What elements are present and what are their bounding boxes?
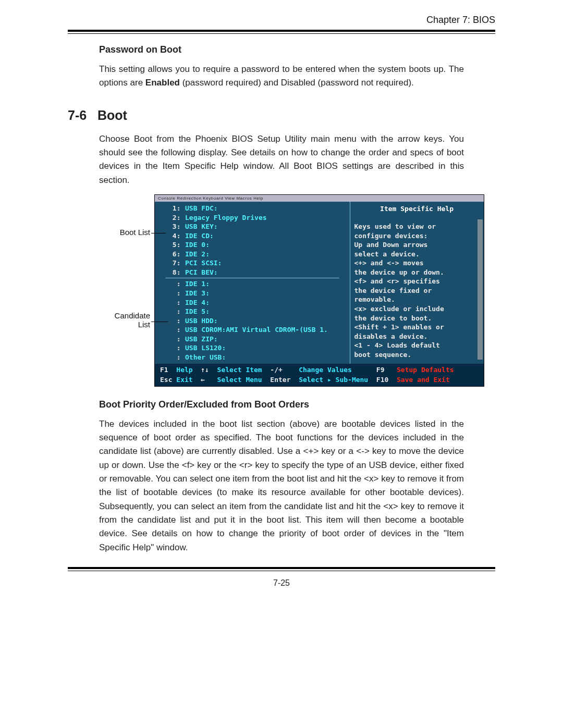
bios-row-device: IDE 2: [185, 250, 210, 259]
bios-boot-row: 3: USB KEY: [155, 222, 350, 231]
bios-help-line: the device fixed or [354, 286, 480, 295]
callout-candidate-list: Candidate List [115, 311, 150, 329]
bios-help-line: boot sequence. [354, 350, 480, 360]
bios-boot-row: : USB HDD: [155, 316, 350, 326]
bios-screenshot: Boot List Candidate List Console Redirec… [99, 194, 464, 387]
bios-row-device: IDE 0: [185, 240, 210, 250]
bios-row-device: USB ZIP: [185, 335, 218, 344]
bios-row-index: 8: [168, 268, 185, 277]
bios-help-line: <x> exclude or include [354, 304, 480, 314]
callout-label: Candidate List [115, 311, 150, 329]
bios-row-index: : [168, 289, 185, 298]
bios-boot-row: : IDE 4: [155, 298, 350, 307]
bios-help-line: <f> and <r> specifies [354, 277, 480, 286]
bios-help-line: removable. [354, 295, 480, 304]
bios-help-panel: Item Specific Help Keys used to view orc… [350, 202, 484, 364]
bios-window-menu: Console Redirection Keyboard View Macros… [155, 195, 484, 202]
bios-row-device: USB HDD: [185, 316, 218, 326]
header-rule-thin [68, 33, 495, 34]
bios-boot-row: : IDE 5: [155, 307, 350, 316]
boot-priority-text: The devices included in the boot list se… [99, 417, 464, 554]
bios-row-device: Other USB: [185, 353, 226, 362]
bios-key-bar: F1 Help ↑↓ Select Item -/+ Change Values… [155, 364, 484, 386]
bios-boot-row: : USB CDROM:AMI Virtual CDROM-(USB 1. [155, 325, 350, 335]
footer-rule-thick [68, 567, 495, 569]
bios-row-index: 5: [168, 240, 185, 250]
bios-row-device: PCI BEV: [185, 268, 218, 277]
bios-row-index: 2: [168, 213, 185, 223]
boot-heading: 7-6 Boot [68, 108, 495, 123]
bios-row-index: 1: [168, 204, 185, 213]
section-title: Boot [97, 108, 127, 122]
bios-row-device: IDE CD: [185, 231, 214, 241]
bios-row-device: USB LS120: [185, 343, 226, 353]
bios-row-index: : [168, 298, 185, 307]
section-number: 7-6 [68, 108, 87, 122]
bios-row-device: USB CDROM:AMI Virtual CDROM-(USB 1. [185, 325, 328, 335]
text-bold: Enabled [145, 78, 180, 88]
bios-help-line: select a device. [354, 250, 480, 259]
bios-boot-row: : IDE 1: [155, 279, 350, 289]
bios-row-index: : [168, 335, 185, 344]
bios-row-index: : [168, 316, 185, 326]
bios-help-title: Item Specific Help [354, 204, 480, 222]
bios-help-line: configure devices: [354, 231, 480, 241]
bios-row-device: IDE 1: [185, 279, 210, 289]
bios-row-device: PCI SCSI: [185, 258, 222, 268]
bios-help-line: Keys used to view or [354, 222, 480, 231]
bios-help-line: the device up or down. [354, 268, 480, 277]
bios-row-index: 4: [168, 231, 185, 241]
bios-row-index: : [168, 307, 185, 316]
callout-label: Boot List [120, 228, 150, 237]
bios-separator [165, 278, 339, 278]
bios-row-index: : [168, 279, 185, 289]
password-on-boot-text: This setting allows you to require a pas… [99, 63, 464, 90]
bios-boot-row: 2: Legacy Floppy Drives [155, 213, 350, 223]
bios-row-device: IDE 3: [185, 289, 210, 298]
bios-boot-row: : Other USB: [155, 353, 350, 362]
bios-boot-panel: 1: USB FDC: 2: Legacy Floppy Drives 3: U… [155, 202, 350, 364]
bios-boot-row: 4: IDE CD: [155, 231, 350, 241]
bios-help-line: Up and Down arrows [354, 240, 480, 250]
chapter-header: Chapter 7: BIOS [68, 15, 495, 26]
bios-row-index: : [168, 343, 185, 353]
bios-boot-row: 8: PCI BEV: [155, 268, 350, 277]
bios-boot-row: 6: IDE 2: [155, 250, 350, 259]
bios-row-index: 7: [168, 258, 185, 268]
bios-boot-row: : USB ZIP: [155, 335, 350, 344]
text: (password required) and Disabled (passwo… [180, 78, 414, 88]
callout-boot-list: Boot List [120, 228, 150, 237]
bios-row-index: 3: [168, 222, 185, 231]
bios-boot-row: 1: USB FDC: [155, 204, 350, 213]
bios-help-line: <Shift + 1> enables or [354, 323, 480, 332]
bios-window: Console Redirection Keyboard View Macros… [154, 194, 484, 387]
bios-row-device: USB FDC: [185, 204, 218, 213]
bios-row-index: : [168, 353, 185, 362]
bios-boot-row: 7: PCI SCSI: [155, 258, 350, 268]
bios-row-index: 6: [168, 250, 185, 259]
bios-help-line: <1 - 4> Loads default [354, 341, 480, 350]
bios-boot-row: : USB LS120: [155, 343, 350, 353]
footer-rule-thin [68, 571, 495, 571]
bios-help-line: <+> and <-> moves [354, 258, 480, 268]
bios-row-device: Legacy Floppy Drives [185, 213, 267, 223]
bios-row-device: USB KEY: [185, 222, 218, 231]
header-rule-thick [68, 30, 495, 32]
bios-boot-row: : IDE 3: [155, 289, 350, 298]
bios-row-device: IDE 5: [185, 307, 210, 316]
bios-help-line: disables a device. [354, 332, 480, 341]
boot-priority-title: Boot Priority Order/Excluded from Boot O… [99, 399, 464, 410]
bios-row-index: : [168, 325, 185, 335]
page-number: 7-25 [68, 578, 495, 588]
boot-intro-text: Choose Boot from the Phoenix BIOS Setup … [99, 132, 464, 187]
password-on-boot-title: Password on Boot [99, 44, 464, 55]
bios-boot-row: 5: IDE 0: [155, 240, 350, 250]
bios-help-line: the device to boot. [354, 314, 480, 323]
bios-row-device: IDE 4: [185, 298, 210, 307]
